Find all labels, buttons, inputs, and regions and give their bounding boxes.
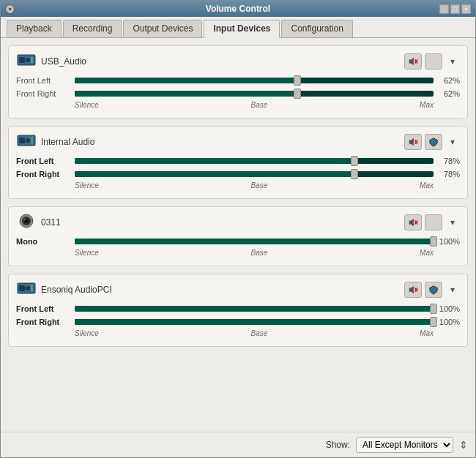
scale-label-0311-0: Silence bbox=[75, 249, 99, 257]
slider-fill-0311-0 bbox=[75, 239, 434, 244]
placeholder-button-usb-audio bbox=[425, 53, 442, 70]
svg-marker-31 bbox=[409, 285, 414, 293]
tab-output-devices[interactable]: Output Devices bbox=[123, 20, 202, 37]
svg-rect-28 bbox=[31, 285, 33, 287]
scale-row-0311: SilenceBaseMax bbox=[75, 249, 434, 257]
mute-button-usb-audio[interactable] bbox=[404, 53, 422, 70]
device-header-0311: 0311 ▾ bbox=[16, 213, 460, 231]
close-button[interactable]: × bbox=[5, 4, 15, 14]
expand-button-internal-audio[interactable]: ▾ bbox=[445, 134, 460, 150]
scale-label-usb-audio-1: Base bbox=[251, 101, 268, 109]
maximize-button[interactable]: □ bbox=[450, 4, 460, 14]
tab-playback[interactable]: Playback bbox=[7, 20, 62, 37]
slider-fill-internal-audio-1 bbox=[75, 171, 354, 177]
scale-label-usb-audio-2: Max bbox=[420, 101, 434, 109]
slider-thumb-ensoniq-0[interactable] bbox=[430, 304, 437, 314]
device-name-area-usb-audio: USB_Audio bbox=[16, 52, 86, 70]
footer: Show: All Except Monitors All Hardware O… bbox=[1, 432, 475, 457]
device-header-ensoniq: Ensoniq AudioPCI ▾ bbox=[16, 280, 460, 299]
svg-marker-6 bbox=[409, 57, 414, 65]
channel-pct-usb-audio-1: 62% bbox=[434, 89, 460, 98]
device-block-internal-audio: Internal Audio ▾Front Left78%Front Right… bbox=[8, 126, 468, 199]
scale-label-internal-audio-1: Base bbox=[251, 181, 268, 189]
slider-track-ensoniq-0 bbox=[75, 306, 434, 312]
channel-row-internal-audio-0: Front Left78% bbox=[16, 155, 460, 167]
tab-recording[interactable]: Recording bbox=[63, 20, 122, 37]
channel-pct-0311-0: 100% bbox=[434, 237, 460, 246]
channel-row-ensoniq-1: Front Right100% bbox=[16, 316, 460, 328]
expand-button-0311[interactable]: ▾ bbox=[445, 214, 460, 230]
svg-marker-15 bbox=[409, 138, 414, 146]
channel-label-usb-audio-1: Front Right bbox=[16, 89, 75, 98]
placeholder-button-0311 bbox=[425, 214, 442, 230]
slider-track-ensoniq-1 bbox=[75, 319, 434, 325]
svg-rect-29 bbox=[31, 288, 33, 289]
device-block-ensoniq: Ensoniq AudioPCI ▾Front Left100%Front Ri… bbox=[8, 274, 468, 347]
content-area: USB_Audio ▾Front Left62%Front Right62%Si… bbox=[1, 38, 475, 432]
channel-row-ensoniq-0: Front Left100% bbox=[16, 303, 460, 315]
titlebar: × Volume Control _ □ × bbox=[1, 1, 475, 17]
slider-thumb-usb-audio-0[interactable] bbox=[294, 75, 301, 86]
device-name-usb-audio: USB_Audio bbox=[41, 56, 86, 67]
mute-button-0311[interactable] bbox=[404, 214, 422, 230]
slider-ensoniq-0[interactable] bbox=[75, 303, 434, 315]
slider-fill-usb-audio-1 bbox=[75, 91, 297, 97]
slider-usb-audio-0[interactable] bbox=[75, 75, 434, 86]
slider-thumb-ensoniq-1[interactable] bbox=[430, 317, 437, 327]
device-block-usb-audio: USB_Audio ▾Front Left62%Front Right62%Si… bbox=[8, 45, 468, 119]
show-select[interactable]: All Except Monitors All Hardware Only bbox=[356, 437, 453, 453]
slider-thumb-0311-0[interactable] bbox=[430, 236, 437, 247]
show-select-arrow: ⇕ bbox=[459, 439, 468, 451]
device-controls-usb-audio: ▾ bbox=[404, 53, 460, 70]
slider-fill-ensoniq-0 bbox=[75, 306, 434, 312]
svg-rect-4 bbox=[31, 59, 33, 61]
slider-ensoniq-1[interactable] bbox=[75, 316, 434, 328]
slider-internal-audio-1[interactable] bbox=[75, 168, 434, 180]
slider-usb-audio-1[interactable] bbox=[75, 88, 434, 100]
tab-input-devices[interactable]: Input Devices bbox=[204, 20, 280, 38]
svg-point-21 bbox=[24, 219, 26, 220]
mute-button-ensoniq[interactable] bbox=[404, 282, 422, 298]
slider-0311-0[interactable] bbox=[75, 236, 434, 247]
slider-thumb-internal-audio-1[interactable] bbox=[351, 169, 358, 179]
scale-row-internal-audio: SilenceBaseMax bbox=[75, 181, 434, 189]
tab-configuration[interactable]: Configuration bbox=[281, 20, 352, 37]
slider-track-internal-audio-1 bbox=[75, 171, 434, 177]
minimize-button[interactable]: _ bbox=[439, 4, 449, 14]
mute-button-internal-audio[interactable] bbox=[404, 134, 422, 150]
device-controls-0311: ▾ bbox=[404, 214, 460, 230]
camera-icon-0311 bbox=[16, 213, 37, 231]
channel-row-usb-audio-0: Front Left62% bbox=[16, 75, 460, 86]
channel-pct-ensoniq-1: 100% bbox=[434, 318, 460, 326]
scale-label-ensoniq-0: Silence bbox=[75, 329, 99, 337]
scale-label-0311-1: Base bbox=[251, 249, 268, 257]
scale-label-internal-audio-0: Silence bbox=[75, 181, 99, 189]
window-controls: × bbox=[5, 4, 15, 14]
scale-label-ensoniq-2: Max bbox=[420, 329, 434, 337]
slider-fill-internal-audio-0 bbox=[75, 158, 354, 164]
slider-thumb-usb-audio-1[interactable] bbox=[294, 89, 301, 99]
soundcard-icon-ensoniq bbox=[16, 280, 37, 299]
show-label: Show: bbox=[326, 440, 350, 450]
channel-row-internal-audio-1: Front Right78% bbox=[16, 168, 460, 180]
channel-row-0311-0: Mono100% bbox=[16, 236, 460, 247]
device-controls-ensoniq: ▾ bbox=[404, 282, 460, 298]
channel-label-internal-audio-1: Front Right bbox=[16, 170, 75, 179]
devices-list: USB_Audio ▾Front Left62%Front Right62%Si… bbox=[8, 45, 468, 347]
device-name-area-internal-audio: Internal Audio bbox=[16, 132, 94, 151]
fullscreen-button[interactable]: × bbox=[461, 4, 471, 14]
shield-button-internal-audio[interactable] bbox=[425, 134, 442, 150]
svg-rect-5 bbox=[31, 61, 33, 63]
device-name-0311: 0311 bbox=[41, 217, 61, 228]
expand-button-ensoniq[interactable]: ▾ bbox=[445, 282, 460, 298]
expand-button-usb-audio[interactable]: ▾ bbox=[445, 53, 460, 70]
scale-label-internal-audio-2: Max bbox=[420, 181, 434, 189]
svg-rect-1 bbox=[19, 57, 25, 63]
slider-thumb-internal-audio-0[interactable] bbox=[351, 156, 358, 166]
svg-rect-3 bbox=[31, 57, 33, 59]
slider-internal-audio-0[interactable] bbox=[75, 155, 434, 167]
device-name-internal-audio: Internal Audio bbox=[41, 137, 94, 147]
device-name-area-ensoniq: Ensoniq AudioPCI bbox=[16, 280, 112, 299]
slider-fill-ensoniq-1 bbox=[75, 319, 434, 325]
shield-button-ensoniq[interactable] bbox=[425, 282, 442, 298]
